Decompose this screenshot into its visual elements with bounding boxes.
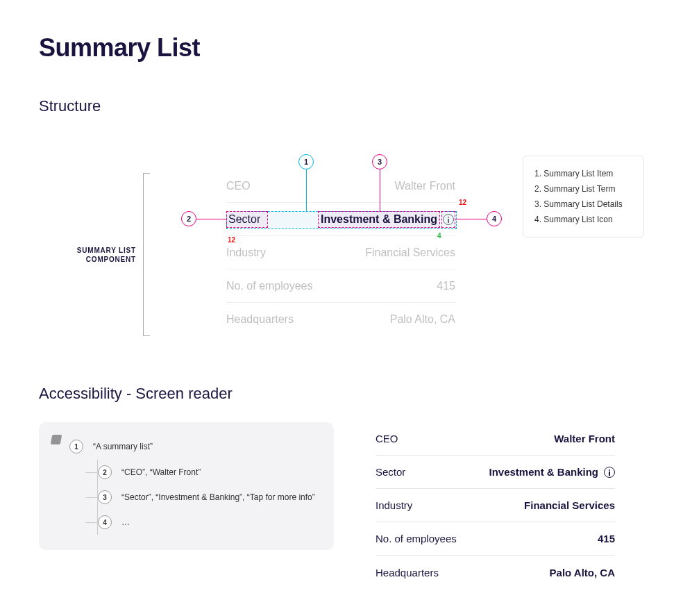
tree-node-number: 1: [69, 440, 83, 453]
callout-2: 2: [181, 211, 196, 226]
callout-4: 4: [487, 211, 502, 226]
screen-reader-tree: 1 “A summary list” 2 “CEO”, “Walter Fron…: [39, 422, 334, 550]
summary-list-component: CEO Walter Front Sector Investment & Ban…: [376, 422, 615, 589]
detail: Financial Services: [524, 499, 615, 511]
callout-4-line: [455, 219, 487, 219]
tree-node-label: “Sector”, “Investment & Banking”, “Tap f…: [121, 492, 315, 502]
callout-2-line: [196, 219, 226, 219]
bracket: [143, 173, 150, 336]
term: No. of employees: [376, 533, 457, 544]
tree-node-number: 4: [98, 515, 112, 529]
summary-list-term-callout: Sector: [226, 211, 268, 228]
legend-item: 4. Summary List Icon: [534, 212, 632, 227]
detail: Walter Front: [395, 180, 455, 192]
list-item: No. of employees 415: [226, 269, 455, 303]
summary-list-icon-callout: [441, 211, 455, 228]
legend-card: 1. Summary List Item 2. Summary List Ter…: [523, 156, 644, 238]
measurement-icon-gap: 4: [437, 232, 441, 240]
tree-node: 4 …: [98, 510, 319, 535]
structure-heading: Structure: [39, 97, 644, 115]
tree-node-label: …: [121, 517, 130, 527]
list-item: CEO Walter Front: [226, 169, 455, 203]
tree-node-label: “CEO”, “Walter Front”: [121, 467, 201, 477]
legend-item: 3. Summary List Details: [534, 197, 632, 212]
detail: Walter Front: [554, 433, 615, 444]
list-item: CEO Walter Front: [376, 422, 615, 456]
detail: Financial Services: [365, 247, 455, 259]
term: Headquarters: [226, 313, 294, 326]
tree-node: 3 “Sector”, “Investment & Banking”, “Tap…: [98, 485, 319, 510]
highlighted-row: Sector Investment & Banking: [226, 203, 455, 236]
list-item: Headquarters Palo Alto, CA: [226, 303, 455, 336]
detail: Palo Alto, CA: [550, 567, 615, 578]
callout-1-line: [306, 169, 307, 211]
bracket-label: SUMMARY LIST COMPONENT: [56, 246, 136, 264]
detail: Investment & Banking: [489, 466, 615, 478]
page-title: Summary List: [39, 33, 644, 63]
term: No. of employees: [226, 280, 313, 292]
term: Industry: [376, 499, 412, 511]
list-item: Headquarters Palo Alto, CA: [376, 556, 615, 589]
callout-1: 1: [298, 154, 314, 169]
tree-node-number: 2: [98, 465, 112, 479]
summary-list-detail-callout: Investment & Banking: [318, 211, 440, 228]
info-icon: [443, 214, 454, 225]
detail: Palo Alto, CA: [390, 313, 455, 326]
a11y-heading: Accessibility - Screen reader: [39, 385, 644, 403]
structure-diagram: SUMMARY LIST COMPONENT CEO Walter Front …: [39, 135, 644, 343]
list-item: Industry Financial Services: [226, 236, 455, 269]
term: Industry: [226, 247, 266, 259]
list-item: Industry Financial Services: [376, 489, 615, 522]
measurement-bottom: 12: [228, 236, 235, 244]
tree-node: 2 “CEO”, “Walter Front”: [98, 460, 319, 485]
tree-node: 1 “A summary list”: [69, 438, 319, 456]
measurement-top: 12: [459, 199, 466, 206]
detail: 415: [598, 533, 615, 544]
legend-item: 1. Summary List Item: [534, 166, 632, 181]
term: Sector: [376, 466, 405, 478]
term: Headquarters: [376, 567, 439, 578]
list-item: Sector Investment & Banking: [376, 456, 615, 489]
callout-3: 3: [372, 154, 387, 169]
term: CEO: [376, 433, 398, 444]
tree-node-number: 3: [98, 490, 112, 504]
term: CEO: [226, 180, 251, 192]
callout-3-line: [380, 169, 380, 211]
tree-node-label: “A summary list”: [93, 442, 153, 451]
detail: 415: [437, 280, 455, 292]
dim-summary-list: CEO Walter Front Industry Financial Serv…: [226, 169, 455, 336]
speaker-icon: [51, 435, 62, 444]
list-item: No. of employees 415: [376, 522, 615, 556]
legend-item: 2. Summary List Term: [534, 181, 632, 197]
info-icon[interactable]: [604, 467, 615, 478]
